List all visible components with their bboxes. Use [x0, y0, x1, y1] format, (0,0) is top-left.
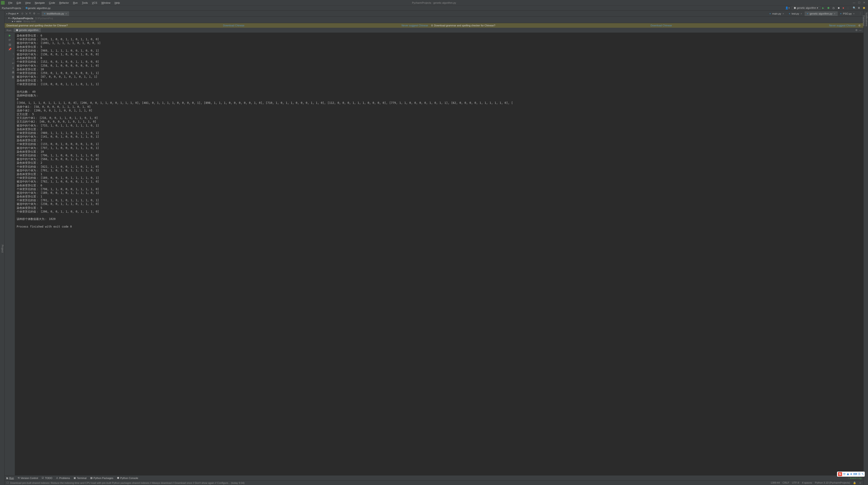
- close-icon[interactable]: ×: [853, 12, 855, 15]
- ime-toolbar[interactable]: S 中 ◉ ⬇ ⌨ ☰ ✎: [837, 472, 865, 477]
- ime-voice-icon[interactable]: ⬇: [850, 473, 852, 476]
- expand-all-icon[interactable]: ⇲: [25, 12, 27, 15]
- caret-position[interactable]: 1389:44: [771, 481, 780, 484]
- line-separator[interactable]: CRLF: [783, 481, 789, 484]
- close-icon[interactable]: ×: [834, 12, 835, 15]
- collapse-all-icon[interactable]: ⇱: [29, 12, 31, 15]
- run-config-dropdown[interactable]: ⬢ genetic algorithm ▾: [792, 6, 820, 10]
- coverage-icon[interactable]: ◷: [832, 6, 836, 10]
- menu-navigate[interactable]: Navigate: [33, 1, 46, 5]
- notifications-tool-tab[interactable]: Notifications: [865, 12, 868, 485]
- print-icon[interactable]: 🖶: [11, 71, 15, 74]
- editor-tab[interactable]: test.py×: [786, 11, 805, 16]
- hide-icon[interactable]: —: [37, 12, 40, 15]
- close-icon[interactable]: ×: [782, 12, 784, 15]
- project-tool-tab[interactable]: Project: [1, 12, 4, 485]
- ime-logo-icon[interactable]: S: [838, 472, 842, 476]
- gear-icon[interactable]: ⚙: [857, 24, 862, 27]
- chevron-right-icon[interactable]: ▸: [12, 20, 13, 23]
- search-icon[interactable]: 🔍: [853, 6, 856, 10]
- project-root[interactable]: PycharmProjects: [12, 17, 33, 20]
- stop-icon[interactable]: ⟳: [8, 38, 11, 42]
- event-log-tab[interactable]: ○ Event Log: [848, 477, 862, 480]
- ime-skin-icon[interactable]: ✎: [862, 473, 864, 476]
- settings-icon[interactable]: ⚙: [33, 12, 35, 15]
- python-interpreter[interactable]: Python 3.10 (PycharmProjects): [815, 481, 850, 484]
- editor-tab[interactable]: main.py×: [767, 11, 786, 16]
- tool-tab-run[interactable]: ▶ Run: [6, 477, 14, 480]
- scroll-end-icon[interactable]: ⤓: [11, 66, 15, 69]
- run-icon[interactable]: ▶: [822, 6, 826, 10]
- close-icon[interactable]: ✕: [863, 1, 865, 4]
- close-icon[interactable]: ×: [801, 12, 802, 15]
- user-icon[interactable]: 👤▾: [785, 6, 790, 9]
- hide-icon[interactable]: —: [859, 29, 862, 32]
- rerun-icon[interactable]: ▶: [8, 34, 11, 37]
- menu-edit[interactable]: Edit: [15, 1, 23, 5]
- menu-vcs[interactable]: VCS: [90, 1, 99, 5]
- layout-icon[interactable]: ▤: [8, 43, 11, 46]
- file-encoding[interactable]: UTF-8: [792, 481, 799, 484]
- menu-window[interactable]: Window: [99, 1, 112, 5]
- indent[interactable]: 4 spaces: [802, 481, 812, 484]
- chevron-down-icon[interactable]: ▾: [8, 17, 10, 20]
- maximize-icon[interactable]: ☐: [858, 1, 860, 4]
- notifications-icon[interactable]: ⬢: [863, 6, 866, 10]
- tool-tab-todo[interactable]: ☑ TODO: [42, 477, 52, 480]
- ime-lang[interactable]: 中: [843, 472, 846, 476]
- ime-punct-icon[interactable]: ◉: [847, 473, 849, 476]
- menu-run[interactable]: Run: [71, 1, 80, 5]
- inspect-icon[interactable]: ☺: [859, 481, 862, 484]
- gear-icon[interactable]: ⚙: [855, 29, 858, 32]
- lock-icon[interactable]: 🔒: [853, 481, 856, 484]
- banner-never-link[interactable]: Never suggest Chinese: [827, 24, 857, 27]
- run-config-tab[interactable]: ⬢ genetic algorithm: [13, 28, 41, 32]
- tool-tab-problems[interactable]: ⚠ Problems: [56, 477, 70, 480]
- toolbar: ▪ Project ▾ ⊙ ⇲ ⇱ ⚙ — testMethods.py× ma…: [5, 11, 863, 17]
- console-output[interactable]: 染色体变异位置： 6 个体变异后的值： [620, 1, 0, 0, 1, 1,…: [15, 33, 863, 475]
- tab-overflow-icon[interactable]: ⋮: [857, 12, 863, 15]
- menu-file[interactable]: File: [6, 1, 14, 5]
- menu-refactor[interactable]: Refactor: [57, 1, 71, 5]
- menu-code[interactable]: Code: [47, 1, 57, 5]
- tool-tab-python-console[interactable]: ⬢ Python Console: [117, 477, 138, 480]
- down-icon[interactable]: ↓: [11, 57, 15, 60]
- menu-help[interactable]: Help: [113, 1, 122, 5]
- settings-icon[interactable]: ⚙: [858, 6, 861, 10]
- banner-download-link[interactable]: Download Chinese: [649, 24, 674, 27]
- up-icon[interactable]: ↑: [11, 52, 15, 56]
- profile-icon[interactable]: ⏺: [837, 6, 841, 10]
- chevron-right-icon: 〉: [22, 6, 25, 10]
- tool-tab-terminal[interactable]: ▣ Terminal: [73, 477, 87, 480]
- gear-icon[interactable]: ⚙: [430, 24, 434, 27]
- tool-tab-python-packages[interactable]: ▦ Python Packages: [90, 477, 113, 480]
- bookmarks-tool-tab[interactable]: Bookmarks: [0, 12, 1, 485]
- ime-menu-icon[interactable]: ☰: [858, 473, 861, 476]
- banner-never-link[interactable]: Never suggest Chinese: [400, 24, 430, 27]
- window-title: PycharmProjects · genetic algorithm.py: [412, 1, 456, 4]
- banner-download-link[interactable]: Download Chinese: [221, 24, 246, 27]
- editor-tab[interactable]: genetic algorithm.py×: [805, 11, 838, 16]
- debug-icon[interactable]: ⬢: [827, 6, 831, 10]
- venv-folder[interactable]: venv: [16, 20, 22, 23]
- soft-wrap-icon[interactable]: ↩: [11, 62, 15, 65]
- tool-tab-icon: ▶: [6, 477, 8, 480]
- clear-icon[interactable]: 🗑: [11, 75, 15, 79]
- editor-tab[interactable]: testMethods.py×: [42, 11, 69, 16]
- breadcrumb-file[interactable]: genetic algorithm.py: [28, 7, 51, 9]
- status-icon[interactable]: ☐: [6, 481, 9, 484]
- ime-keyboard-icon[interactable]: ⌨: [853, 473, 857, 476]
- menu-tools[interactable]: Tools: [80, 1, 90, 5]
- minimize-icon[interactable]: —: [853, 1, 855, 4]
- menu-view[interactable]: View: [23, 1, 33, 5]
- pin-icon[interactable]: 📌: [8, 48, 11, 51]
- editor-tab[interactable]: PSO.py×: [838, 11, 857, 16]
- project-view-dropdown[interactable]: ▪ Project ▾: [5, 11, 20, 16]
- tool-tab-version-control[interactable]: ⟲ Version Control: [18, 477, 38, 480]
- database-tool-tab[interactable]: Database: [863, 15, 865, 485]
- breadcrumb-root[interactable]: PycharmProjects: [2, 7, 21, 9]
- select-opened-icon[interactable]: ⊙: [21, 12, 23, 15]
- stop-icon[interactable]: ■: [842, 6, 846, 10]
- project-tree[interactable]: ▾▪PycharmProjectsD:\PycharmProj ▸▪venvli…: [5, 17, 863, 23]
- close-icon[interactable]: ×: [65, 12, 67, 15]
